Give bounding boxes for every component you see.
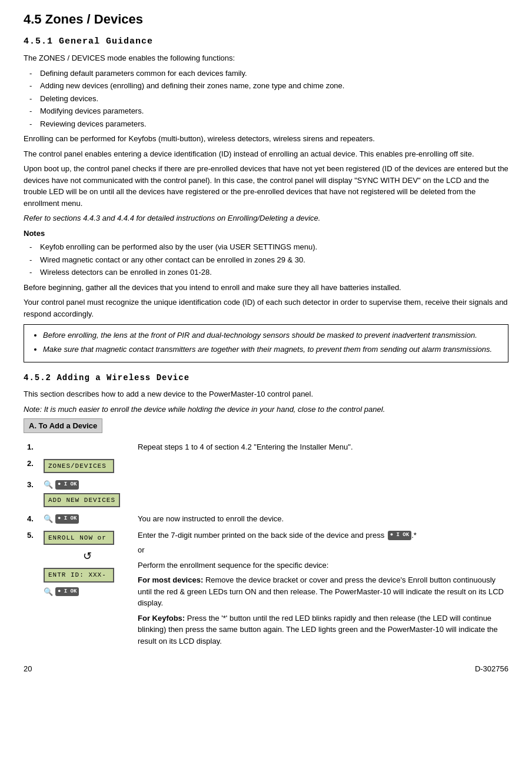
step-4-display: 🔍 ● I OK [40, 511, 134, 527]
step-5-num: 5. [24, 527, 40, 653]
adding-note: Note: It is much easier to enroll the de… [24, 404, 508, 415]
scroll-icon-5: 🔍 [44, 586, 53, 598]
notes-heading: Notes [24, 228, 508, 239]
step-3-lcd: ADD NEW DEVICES [44, 493, 120, 508]
step-5-enter-text: Enter the 7-digit number printed on the … [138, 530, 505, 541]
adding-intro: This section describes how to add a new … [24, 388, 508, 400]
step-2-desc [134, 455, 508, 477]
functions-list: -Defining default parameters common for … [29, 68, 508, 130]
step-5-desc: Enter the 7-digit number printed on the … [134, 527, 508, 653]
function-5: Reviewing devices parameters. [40, 118, 147, 130]
general-para4: Refer to sections 4.4.3 and 4.4.4 for de… [24, 212, 508, 224]
step-2-lcd: ZONES/DEVICES [44, 459, 114, 474]
rotate-arrow: ↺ [44, 548, 131, 564]
footer-doc-num: D-302756 [475, 664, 508, 673]
step-4-row: 4. 🔍 ● I OK You are now instructed to en… [24, 511, 508, 527]
step-5-keyfobs: For Keyfobs: Press the '*' button until … [138, 613, 505, 647]
function-3: Deleting devices. [40, 93, 98, 105]
step-1-num: 1. [24, 439, 40, 455]
step-3-desc [134, 477, 508, 511]
ok-btn-5: ● I OK [55, 587, 79, 597]
general-para2: The control panel enables entering a dev… [24, 148, 508, 160]
ok-btn-inline: ● I OK [388, 531, 411, 540]
general-para1: Enrolling can be performed for Keyfobs (… [24, 133, 508, 145]
function-2: Adding new devices (enrolling) and defin… [40, 80, 344, 92]
add-device-header: A. To Add a Device [24, 418, 102, 433]
footer-page-num: 20 [24, 664, 32, 673]
step-5-display: ENROLL NOW or ↺ ENTR ID: XXX- 🔍 ● I OK [40, 527, 134, 653]
step-3-display: 🔍 ● I OK ADD NEW DEVICES [40, 477, 134, 511]
general-para6: Your control panel must recognize the un… [24, 297, 508, 320]
step-5-row: 5. ENROLL NOW or ↺ ENTR ID: XXX- 🔍 ● I O… [24, 527, 508, 653]
general-intro: The ZONES / DEVICES mode enables the fol… [24, 52, 508, 64]
step-1-display [40, 439, 134, 455]
section-general-heading: 4.5.1 General Guidance [24, 36, 508, 46]
ok-btn-4: ● I OK [55, 514, 79, 524]
step-5-most-devices: For most devices: Remove the device brac… [138, 574, 505, 609]
step-1-row: 1. Repeat steps 1 to 4 of section 4.2 "E… [24, 439, 508, 455]
footer: 20 D-302756 [24, 664, 508, 673]
warning-1: Before enrolling, the lens at the front … [43, 330, 501, 341]
function-4: Modifying devices parameters. [40, 105, 144, 117]
function-1: Defining default parameters common for e… [40, 68, 247, 79]
note-1: Keyfob enrolling can be performed also b… [40, 241, 317, 253]
warning-2: Make sure that magnetic contact transmit… [43, 344, 501, 355]
step-2-row: 2. ZONES/DEVICES [24, 455, 508, 477]
steps-table: 1. Repeat steps 1 to 4 of section 4.2 "E… [24, 439, 508, 653]
notes-list: -Keyfob enrolling can be performed also … [29, 241, 508, 278]
general-para3: Upon boot up, the control panel checks i… [24, 163, 508, 209]
note-2: Wired magnetic contact or any other cont… [40, 254, 305, 266]
step-5-entr-lcd: ENTR ID: XXX- [44, 568, 114, 583]
step-2-num: 2. [24, 455, 40, 477]
step-2-display: ZONES/DEVICES [40, 455, 134, 477]
warning-box: Before enrolling, the lens at the front … [24, 324, 508, 362]
page-title: 4.5 Zones / Devices [24, 12, 508, 27]
step-5-perform: Perform the enrollment sequence for the … [138, 560, 505, 571]
scroll-icon-4: 🔍 [44, 513, 53, 525]
step-4-desc: You are now instructed to enroll the dev… [134, 511, 508, 527]
general-para5: Before beginning, gather all the devices… [24, 282, 508, 294]
scroll-icon-3: 🔍 [44, 479, 53, 491]
step-1-desc: Repeat steps 1 to 4 of section 4.2 "Ente… [134, 439, 508, 455]
step-3-row: 3. 🔍 ● I OK ADD NEW DEVICES [24, 477, 508, 511]
section-adding-heading: 4.5.2 Adding a Wireless Device [24, 373, 508, 382]
step-3-num: 3. [24, 477, 40, 511]
step-4-num: 4. [24, 511, 40, 527]
ok-btn-3: ● I OK [55, 480, 79, 490]
note-3: Wireless detectors can be enrolled in zo… [40, 267, 212, 278]
step-5-or: or [138, 544, 505, 556]
step-5-enroll-lcd: ENROLL NOW or [44, 531, 114, 545]
